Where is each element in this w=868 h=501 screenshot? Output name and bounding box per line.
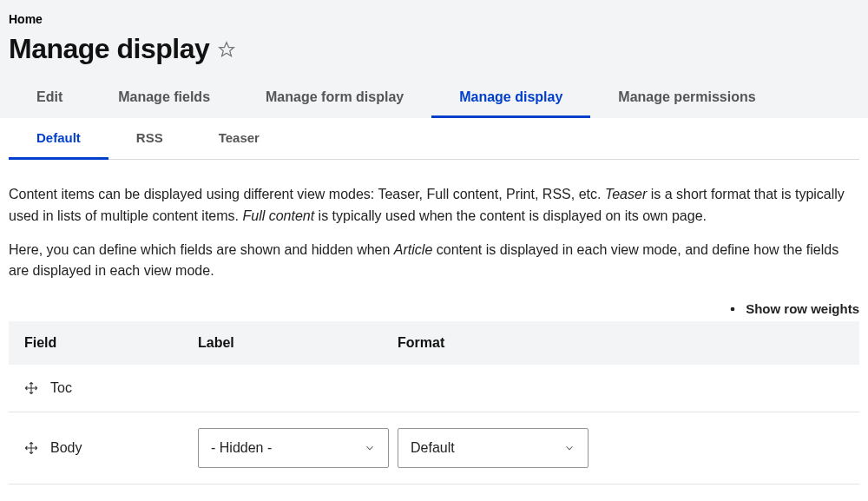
tab-manage-fields[interactable]: Manage fields: [90, 79, 238, 118]
sub-tabs: Default RSS Teaser: [9, 118, 859, 160]
table-row: Body - Hidden - Default: [9, 412, 859, 485]
svg-point-1: [731, 307, 735, 311]
format-select[interactable]: Default: [398, 428, 589, 468]
drag-handle-icon[interactable]: [24, 381, 38, 395]
subtab-rss[interactable]: RSS: [108, 118, 191, 160]
select-value: Default: [411, 440, 455, 456]
col-header-field: Field: [24, 335, 198, 351]
fields-table: Field Label Format Toc Body: [9, 321, 859, 485]
show-row-weights-button[interactable]: Show row weights: [727, 301, 859, 316]
intro-em: Teaser: [605, 187, 647, 201]
svg-marker-0: [220, 42, 234, 56]
tab-manage-form-display[interactable]: Manage form display: [238, 79, 431, 118]
main-tabs: Edit Manage fields Manage form display M…: [9, 79, 859, 118]
chevron-down-icon: [364, 442, 376, 454]
table-header: Field Label Format: [9, 321, 859, 365]
label-select[interactable]: - Hidden -: [198, 428, 389, 468]
subtab-default[interactable]: Default: [9, 118, 108, 160]
chevron-down-icon: [563, 442, 575, 454]
intro-em: Article: [394, 242, 432, 257]
intro-paragraph-1: Content items can be displayed using dif…: [9, 184, 859, 227]
table-row: Toc: [9, 365, 859, 412]
field-name: Body: [50, 440, 82, 456]
select-value: - Hidden -: [211, 440, 272, 456]
configure-icon: [727, 303, 739, 315]
intro-em: Full content: [242, 208, 314, 223]
tab-manage-permissions[interactable]: Manage permissions: [590, 79, 783, 118]
intro-paragraph-2: Here, you can define which fields are sh…: [9, 240, 859, 283]
show-row-weights-label: Show row weights: [746, 301, 859, 316]
intro-text: is typically used when the content is di…: [314, 208, 707, 223]
field-name: Toc: [50, 380, 72, 396]
col-header-format: Format: [398, 335, 844, 351]
intro-text: Content items can be displayed using dif…: [9, 187, 605, 201]
tab-edit[interactable]: Edit: [9, 79, 90, 118]
intro-text: Here, you can define which fields are sh…: [9, 242, 394, 257]
col-header-label: Label: [198, 335, 398, 351]
subtab-teaser[interactable]: Teaser: [191, 118, 287, 160]
page-title: Manage display: [9, 33, 209, 65]
breadcrumb[interactable]: Home: [9, 12, 859, 26]
star-icon[interactable]: [218, 41, 235, 58]
drag-handle-icon[interactable]: [24, 441, 38, 455]
tab-manage-display[interactable]: Manage display: [431, 79, 590, 118]
